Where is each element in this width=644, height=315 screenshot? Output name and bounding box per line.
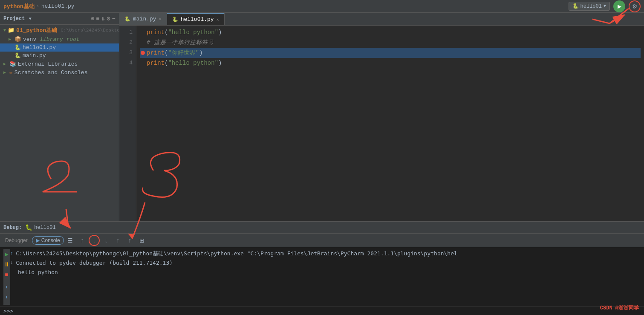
kw-print-3: print <box>147 48 165 58</box>
sidebar-tree: ▼ 📁 01_python基础 C:\Users\24245\Desktop\p… <box>0 25 119 221</box>
sidebar-header: Project ▼ ⊕ ≡ ⇅ ⚙ − <box>0 13 119 25</box>
console-text: ↑ C:\Users\24245\Desktop\pythongc\01_pyt… <box>10 249 641 305</box>
root-folder-label: 01_python基础 <box>16 26 57 34</box>
scratch-arrow: ▶ <box>3 70 8 75</box>
arrow-up-1: ↑ <box>10 249 13 258</box>
breadcrumb-project: python基础 <box>3 3 35 10</box>
sidebar-dropdown-icon[interactable]: ▼ <box>29 17 32 21</box>
hello01-tab-icon: 🐍 <box>172 17 178 22</box>
main-tab-close[interactable]: ✕ <box>159 17 162 22</box>
sidebar-item-hello01[interactable]: 🐍 hello01.py <box>0 43 119 52</box>
menu-btn[interactable]: ☰ <box>65 235 76 246</box>
line-numbers: 1 2 3 4 <box>119 26 136 221</box>
venv-icon: 📦 <box>14 36 21 43</box>
main-tab-icon: 🐍 <box>124 16 130 22</box>
kw-print-1: print <box>147 27 165 38</box>
sidebar-item-venv[interactable]: ▶ 📦 venv library root <box>0 35 119 43</box>
root-path: C:\Users\24245\Desktop\pythongc\... <box>61 28 119 33</box>
hello01-tab-label: hello01.py <box>181 16 214 23</box>
breakpoint-3 <box>141 51 145 55</box>
sidebar: Project ▼ ⊕ ≡ ⇅ ⚙ − ▼ 📁 01_python基础 C:\U <box>0 13 119 221</box>
no-breakpoint-4 <box>141 61 145 65</box>
sidebar-item-external[interactable]: ▶ 📚 External Libraries <box>0 60 119 68</box>
tab-main-py[interactable]: 🐍 main.py ✕ <box>119 13 167 25</box>
gear-icon[interactable]: ⚙ <box>107 15 110 22</box>
scratches-label: Scratches and Consoles <box>14 69 88 76</box>
down-frame-btn[interactable]: ⬇ <box>5 293 8 303</box>
console-tab-label: Console <box>41 237 60 243</box>
prompt-bar[interactable]: >>> <box>0 306 644 315</box>
debug-toolbar: Debugger ▶ Console ☰ ↑ ↓ ↓ ↑ ↑ ⊞ <box>0 234 644 247</box>
rerun-btn[interactable]: ↑ <box>77 235 88 246</box>
close-sidebar-icon[interactable]: − <box>112 15 116 22</box>
console-line-3: hello python <box>10 268 641 277</box>
run-config-dropdown-icon[interactable]: ▼ <box>604 4 606 9</box>
top-bar: python基础 › hello01.py 🐍 hello01 ▼ <box>0 0 644 13</box>
main-py-icon: 🐍 <box>14 52 21 59</box>
run-button[interactable] <box>613 0 625 12</box>
bug-icon: 🐛 <box>25 224 32 231</box>
console-line-2: ↓ Connected to pydev debugger (build 211… <box>10 258 641 268</box>
console-output-text: hello python <box>18 268 58 277</box>
resume-btn[interactable]: ▶ <box>5 250 8 259</box>
console-tab-btn[interactable]: ▶ Console <box>32 236 64 245</box>
bottom-panel: Debug: 🐛 hello01 Debugger ▶ Console ☰ ↑ … <box>0 221 644 315</box>
sidebar-item-root[interactable]: ▼ 📁 01_python基础 C:\Users\24245\Desktop\p… <box>0 26 119 35</box>
tab-hello01-py[interactable]: 🐍 hello01.py ✕ <box>167 13 225 25</box>
step-out-btn[interactable]: ↑ <box>113 235 124 246</box>
pause-btn[interactable]: ⏸ <box>4 260 10 269</box>
sidebar-item-scratches[interactable]: ▶ ✏ Scratches and Consoles <box>0 68 119 77</box>
main-label: main.py <box>23 52 46 59</box>
debugger-tab-btn[interactable]: Debugger <box>2 237 31 244</box>
sidebar-item-main[interactable]: 🐍 main.py <box>0 52 119 60</box>
debug-config: 🐛 hello01 <box>25 224 55 231</box>
no-breakpoint-1 <box>141 30 145 35</box>
sidebar-toolbar: ⊕ ≡ ⇅ ⚙ − <box>91 15 116 22</box>
ext-libs-icon: 📚 <box>9 61 16 67</box>
console-connected-text: Connected to pydev debugger (build 211.7… <box>16 258 173 268</box>
console-output: ▶ ⏸ ■ ⬆ ⬇ 🖨 ↑ C:\Users\24245\Desktop\pyt… <box>0 247 644 306</box>
code-line-1: print("hello python") <box>140 27 641 38</box>
evaluate-btn[interactable]: ⊞ <box>136 235 147 246</box>
venv-sub-label: library root <box>40 36 80 43</box>
comment-2: # 这是一个单行注释符号 <box>147 38 214 48</box>
hello01-py-icon: 🐍 <box>14 44 21 51</box>
ext-libs-label: External Libraries <box>18 61 78 67</box>
code-line-4: print("hello python") <box>140 58 641 68</box>
expand-arrow: ▼ <box>3 28 6 33</box>
code-line-3: print("你好世界") <box>140 48 641 58</box>
editor-area: 🐍 main.py ✕ 🐍 hello01.py ✕ 1 2 3 4 <box>119 13 644 221</box>
debug-label: Debug: <box>3 225 22 231</box>
main-tab-label: main.py <box>133 16 156 22</box>
debug-config-name: hello01 <box>34 225 55 231</box>
venv-label: venv <box>23 36 36 43</box>
debug-tab-bar: Debug: 🐛 hello01 <box>0 222 644 234</box>
console-line-1: ↑ C:\Users\24245\Desktop\pythongc\01_pyt… <box>10 249 641 258</box>
run-to-cursor-btn[interactable]: ↑ <box>124 235 136 246</box>
breadcrumb-file: hello01.py <box>41 3 75 9</box>
stop-debug-btn[interactable]: ■ <box>5 270 8 280</box>
ext-arrow: ▶ <box>3 61 8 66</box>
settings-button[interactable] <box>629 0 641 12</box>
up-frame-btn[interactable]: ⬆ <box>5 283 8 292</box>
code-editor[interactable]: 1 2 3 4 print("hello python") # 这是一个单行注释… <box>119 26 644 221</box>
sort-icon[interactable]: ⇅ <box>101 15 105 22</box>
no-breakpoint-2 <box>141 40 145 45</box>
stop-btn[interactable]: ↓ <box>89 235 100 246</box>
top-right-controls: 🐍 hello01 ▼ <box>569 0 641 12</box>
venv-arrow: ▶ <box>9 37 13 42</box>
hello01-tab-close[interactable]: ✕ <box>217 17 219 22</box>
breadcrumb: python基础 › hello01.py <box>3 3 75 10</box>
locate-icon[interactable]: ⊕ <box>91 15 94 22</box>
collapse-all-icon[interactable]: ≡ <box>96 15 99 22</box>
arrow-down-2: ↓ <box>10 258 13 268</box>
step-over-btn[interactable]: ↓ <box>101 235 112 246</box>
debug-left-strip: ▶ ⏸ ■ ⬆ ⬇ 🖨 <box>3 249 10 305</box>
code-line-2: # 这是一个单行注释符号 <box>140 38 641 48</box>
run-config-selector[interactable]: 🐍 hello01 ▼ <box>569 2 610 11</box>
console-icon: ▶ <box>36 237 40 243</box>
sidebar-title-text: Project <box>3 16 25 22</box>
code-content[interactable]: print("hello python") # 这是一个单行注释符号 print… <box>136 26 644 221</box>
middle-area: Project ▼ ⊕ ≡ ⇅ ⚙ − ▼ 📁 01_python基础 C:\U <box>0 13 644 221</box>
hello01-label: hello01.py <box>23 44 56 51</box>
